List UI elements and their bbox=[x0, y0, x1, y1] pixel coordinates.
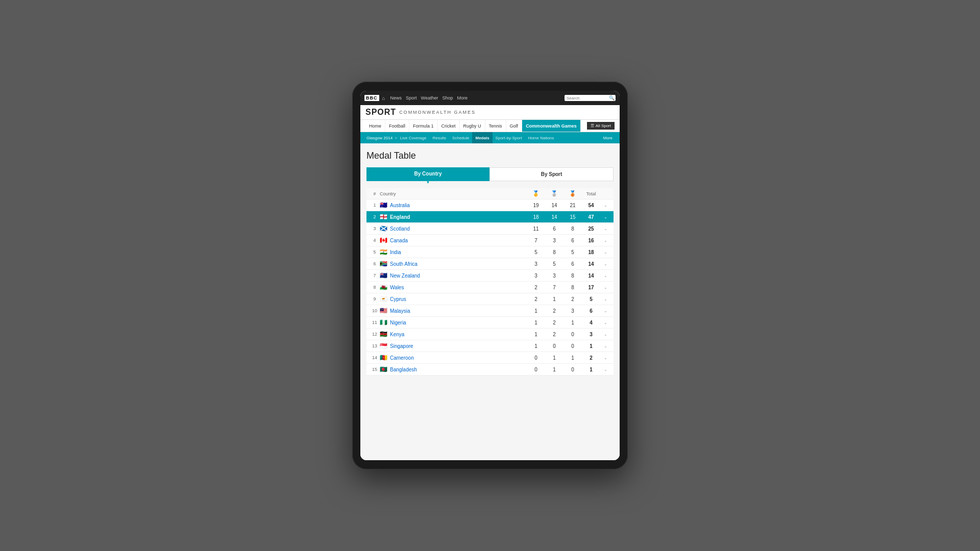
nav-football[interactable]: Football bbox=[385, 120, 409, 132]
country-name[interactable]: Scotland bbox=[390, 226, 410, 232]
country-name[interactable]: Nigeria bbox=[390, 320, 406, 325]
bbc-logo[interactable]: BBC bbox=[364, 95, 379, 101]
row-rank: 3 bbox=[370, 226, 380, 231]
expand-icon[interactable]: ⌄ bbox=[600, 309, 610, 313]
table-row[interactable]: 2 🏴󠁧󠁢󠁥󠁮󠁧󠁿 England 18 14 15 47 ⌄ bbox=[366, 211, 614, 223]
row-rank: 4 bbox=[370, 238, 380, 243]
gold-count: 1 bbox=[527, 320, 545, 325]
table-row[interactable]: 11 🇳🇬 Nigeria 1 2 1 4 ⌄ bbox=[366, 317, 614, 329]
expand-icon[interactable]: ⌄ bbox=[600, 367, 610, 372]
header-bronze: 🥉 bbox=[564, 190, 582, 197]
table-row[interactable]: 10 🇲🇾 Malaysia 1 2 3 6 ⌄ bbox=[366, 305, 614, 317]
expand-icon[interactable]: ⌄ bbox=[600, 344, 610, 348]
expand-icon[interactable]: ⌄ bbox=[600, 203, 610, 208]
nav-more[interactable]: More bbox=[457, 95, 468, 101]
tab-live-coverage[interactable]: Live Coverage bbox=[397, 132, 430, 143]
country-name[interactable]: Cyprus bbox=[390, 296, 406, 302]
row-country: 🇮🇳 India bbox=[380, 249, 527, 255]
table-row[interactable]: 3 🏴󠁧󠁢󠁳󠁣󠁴󠁿 Scotland 11 6 8 25 ⌄ bbox=[366, 223, 614, 235]
expand-icon[interactable]: ⌄ bbox=[600, 320, 610, 325]
toggle-by-sport[interactable]: By Sport bbox=[489, 167, 614, 181]
country-name[interactable]: New Zealand bbox=[390, 273, 420, 279]
nav-home[interactable]: Home bbox=[365, 120, 385, 132]
table-row[interactable]: 7 🇳🇿 New Zealand 3 3 8 14 ⌄ bbox=[366, 270, 614, 282]
row-country: 🇳🇿 New Zealand bbox=[380, 272, 527, 279]
nav-formula1[interactable]: Formula 1 bbox=[409, 120, 438, 132]
table-row[interactable]: 4 🇨🇦 Canada 7 3 6 16 ⌄ bbox=[366, 235, 614, 246]
country-name[interactable]: England bbox=[390, 214, 410, 220]
tablet-screen: BBC ⌂ News Sport Weather Shop More 🔍 SPO… bbox=[360, 91, 620, 460]
row-country: 🏴󠁧󠁢󠁷󠁬󠁳󠁿 Wales bbox=[380, 284, 527, 290]
country-flag: 🇦🇺 bbox=[380, 202, 387, 208]
nav-rugby[interactable]: Rugby U bbox=[460, 120, 485, 132]
nav-shop[interactable]: Shop bbox=[442, 95, 453, 101]
nav-news[interactable]: News bbox=[390, 95, 402, 101]
all-sport-button[interactable]: ☰ All Sport bbox=[587, 122, 615, 130]
table-row[interactable]: 12 🇰🇪 Kenya 1 2 0 3 ⌄ bbox=[366, 329, 614, 340]
table-row[interactable]: 9 🇨🇾 Cyprus 2 1 2 5 ⌄ bbox=[366, 293, 614, 305]
gold-count: 0 bbox=[527, 367, 545, 372]
search-bar[interactable]: 🔍 bbox=[565, 95, 616, 101]
country-name[interactable]: Cameroon bbox=[390, 355, 414, 361]
table-row[interactable]: 8 🏴󠁧󠁢󠁷󠁬󠁳󠁿 Wales 2 7 8 17 ⌄ bbox=[366, 282, 614, 293]
expand-icon[interactable]: ⌄ bbox=[600, 285, 610, 290]
tab-results[interactable]: Results bbox=[429, 132, 449, 143]
expand-icon[interactable]: ⌄ bbox=[600, 297, 610, 302]
table-row[interactable]: 13 🇸🇬 Singapore 1 0 0 1 ⌄ bbox=[366, 340, 614, 352]
country-name[interactable]: South Africa bbox=[390, 261, 418, 267]
breadcrumb-glasgow[interactable]: Glasgow 2014 bbox=[364, 136, 395, 140]
table-row[interactable]: 1 🇦🇺 Australia 19 14 21 54 ⌄ bbox=[366, 199, 614, 211]
tab-home-nations[interactable]: Home Nations bbox=[525, 132, 557, 143]
table-rows: 1 🇦🇺 Australia 19 14 21 54 ⌄ 2 🏴󠁧󠁢󠁥󠁮󠁧󠁿 E… bbox=[366, 199, 614, 375]
gold-count: 1 bbox=[527, 308, 545, 314]
country-flag: 🇳🇿 bbox=[380, 272, 387, 279]
total-count: 6 bbox=[582, 308, 600, 314]
silver-count: 14 bbox=[545, 203, 564, 208]
expand-icon[interactable]: ⌄ bbox=[600, 238, 610, 243]
toggle-by-country[interactable]: By Country bbox=[366, 167, 489, 181]
bronze-count: 2 bbox=[564, 296, 582, 302]
country-name[interactable]: Wales bbox=[390, 285, 404, 290]
country-name[interactable]: Singapore bbox=[390, 343, 413, 349]
country-name[interactable]: India bbox=[390, 249, 401, 255]
country-name[interactable]: Australia bbox=[390, 203, 410, 208]
top-nav-links: News Sport Weather Shop More bbox=[390, 95, 468, 101]
tab-sport-by-sport[interactable]: Sport-by-Sport bbox=[493, 132, 525, 143]
expand-icon[interactable]: ⌄ bbox=[600, 262, 610, 266]
nav-cricket[interactable]: Cricket bbox=[438, 120, 460, 132]
sport-subtitle: COMMONWEALTH GAMES bbox=[399, 110, 476, 115]
expand-icon[interactable]: ⌄ bbox=[600, 332, 610, 337]
country-name[interactable]: Bangladesh bbox=[390, 367, 417, 372]
tab-medals[interactable]: Medals bbox=[472, 132, 492, 143]
row-country: 🇧🇩 Bangladesh bbox=[380, 366, 527, 372]
country-name[interactable]: Canada bbox=[390, 238, 408, 243]
expand-icon[interactable]: ⌄ bbox=[600, 227, 610, 231]
expand-icon[interactable]: ⌄ bbox=[600, 273, 610, 278]
table-row[interactable]: 15 🇧🇩 Bangladesh 0 1 0 1 ⌄ bbox=[366, 364, 614, 375]
tab-more[interactable]: More bbox=[600, 136, 616, 140]
expand-icon[interactable]: ⌄ bbox=[600, 356, 610, 360]
search-input[interactable] bbox=[567, 96, 607, 101]
nav-commonwealth[interactable]: Commonwealth Games bbox=[522, 120, 581, 132]
table-row[interactable]: 5 🇮🇳 India 5 8 5 18 ⌄ bbox=[366, 246, 614, 258]
tablet-frame: BBC ⌂ News Sport Weather Shop More 🔍 SPO… bbox=[352, 82, 628, 469]
row-country: 🇨🇦 Canada bbox=[380, 237, 527, 243]
silver-count: 2 bbox=[545, 320, 564, 325]
country-flag: 🏴󠁧󠁢󠁳󠁣󠁴󠁿 bbox=[380, 226, 387, 232]
gold-count: 1 bbox=[527, 343, 545, 349]
home-icon[interactable]: ⌂ bbox=[382, 95, 385, 101]
expand-icon[interactable]: ⌄ bbox=[600, 215, 610, 219]
search-icon[interactable]: 🔍 bbox=[609, 95, 615, 101]
total-count: 2 bbox=[582, 355, 600, 361]
nav-golf[interactable]: Golf bbox=[506, 120, 523, 132]
total-count: 47 bbox=[582, 214, 600, 220]
tab-schedule[interactable]: Schedule bbox=[449, 132, 472, 143]
nav-sport[interactable]: Sport bbox=[406, 95, 417, 101]
table-row[interactable]: 14 🇨🇲 Cameroon 0 1 1 2 ⌄ bbox=[366, 352, 614, 364]
nav-weather[interactable]: Weather bbox=[421, 95, 438, 101]
nav-tennis[interactable]: Tennis bbox=[485, 120, 506, 132]
country-name[interactable]: Malaysia bbox=[390, 308, 410, 314]
table-row[interactable]: 6 🇿🇦 South Africa 3 5 6 14 ⌄ bbox=[366, 258, 614, 270]
country-name[interactable]: Kenya bbox=[390, 332, 404, 337]
expand-icon[interactable]: ⌄ bbox=[600, 250, 610, 255]
